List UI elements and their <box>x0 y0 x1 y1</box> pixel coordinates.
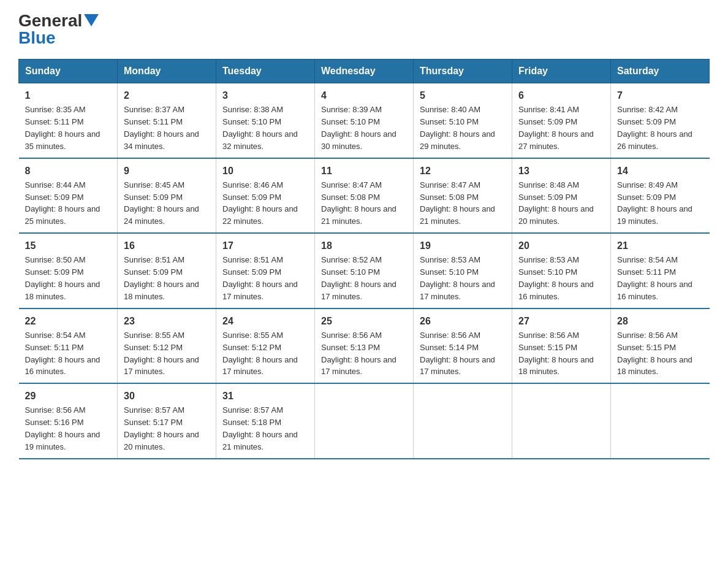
daylight-info: Daylight: 8 hours and 19 minutes. <box>25 430 100 451</box>
logo-general-text: General <box>18 12 99 29</box>
daylight-info: Daylight: 8 hours and 17 minutes. <box>321 355 396 377</box>
daylight-info: Daylight: 8 hours and 17 minutes. <box>321 280 396 301</box>
calendar-cell: 22Sunrise: 8:54 AMSunset: 5:11 PMDayligh… <box>19 308 118 384</box>
sunrise-info: Sunrise: 8:46 AM <box>222 180 283 190</box>
sunset-info: Sunset: 5:10 PM <box>420 267 479 277</box>
sunset-info: Sunset: 5:15 PM <box>617 343 676 352</box>
day-number: 25 <box>321 314 407 328</box>
calendar-cell: 4Sunrise: 8:39 AMSunset: 5:10 PMDaylight… <box>315 83 414 158</box>
calendar-cell: 30Sunrise: 8:57 AMSunset: 5:17 PMDayligh… <box>118 383 216 459</box>
weekday-header-tuesday: Tuesday <box>216 59 315 83</box>
sunrise-info: Sunrise: 8:56 AM <box>25 405 86 415</box>
daylight-info: Daylight: 8 hours and 17 minutes. <box>222 280 298 301</box>
sunrise-info: Sunrise: 8:55 AM <box>222 331 283 340</box>
daylight-info: Daylight: 8 hours and 21 minutes. <box>321 204 396 226</box>
daylight-info: Daylight: 8 hours and 21 minutes. <box>222 430 298 451</box>
calendar-cell: 25Sunrise: 8:56 AMSunset: 5:13 PMDayligh… <box>315 308 414 384</box>
calendar-cell: 2Sunrise: 8:37 AMSunset: 5:11 PMDaylight… <box>118 83 216 158</box>
sunset-info: Sunset: 5:10 PM <box>321 267 380 277</box>
day-number: 3 <box>222 88 308 102</box>
daylight-info: Daylight: 8 hours and 18 minutes. <box>617 355 692 377</box>
calendar-cell: 17Sunrise: 8:51 AMSunset: 5:09 PMDayligh… <box>216 233 315 308</box>
sunset-info: Sunset: 5:10 PM <box>222 117 281 126</box>
sunset-info: Sunset: 5:09 PM <box>124 267 183 277</box>
sunset-info: Sunset: 5:11 PM <box>124 117 183 126</box>
calendar-cell <box>611 383 710 459</box>
sunrise-info: Sunrise: 8:56 AM <box>420 331 480 340</box>
daylight-info: Daylight: 8 hours and 20 minutes. <box>518 204 594 226</box>
sunset-info: Sunset: 5:09 PM <box>617 193 676 202</box>
sunset-info: Sunset: 5:10 PM <box>321 117 380 126</box>
logo-triangle-icon <box>84 14 99 26</box>
day-number: 22 <box>25 314 112 328</box>
sunset-info: Sunset: 5:08 PM <box>321 193 380 202</box>
calendar-cell: 31Sunrise: 8:57 AMSunset: 5:18 PMDayligh… <box>216 383 315 459</box>
calendar-cell <box>414 383 512 459</box>
sunset-info: Sunset: 5:12 PM <box>124 343 183 352</box>
day-number: 5 <box>420 88 506 102</box>
sunrise-info: Sunrise: 8:47 AM <box>321 180 382 190</box>
sunrise-info: Sunrise: 8:52 AM <box>321 255 382 264</box>
day-number: 8 <box>25 164 112 178</box>
calendar-cell: 13Sunrise: 8:48 AMSunset: 5:09 PMDayligh… <box>512 158 611 234</box>
sunset-info: Sunset: 5:12 PM <box>222 343 281 352</box>
calendar-cell: 9Sunrise: 8:45 AMSunset: 5:09 PMDaylight… <box>118 158 216 234</box>
day-number: 10 <box>222 164 308 178</box>
calendar-cell: 21Sunrise: 8:54 AMSunset: 5:11 PMDayligh… <box>611 233 710 308</box>
sunrise-info: Sunrise: 8:51 AM <box>222 255 283 264</box>
calendar-cell <box>512 383 611 459</box>
sunrise-info: Sunrise: 8:37 AM <box>124 105 184 114</box>
week-row-3: 15Sunrise: 8:50 AMSunset: 5:09 PMDayligh… <box>19 233 710 308</box>
sunrise-info: Sunrise: 8:57 AM <box>222 405 283 415</box>
sunset-info: Sunset: 5:14 PM <box>420 343 479 352</box>
calendar-body: 1Sunrise: 8:35 AMSunset: 5:11 PMDaylight… <box>19 83 710 459</box>
calendar-cell: 11Sunrise: 8:47 AMSunset: 5:08 PMDayligh… <box>315 158 414 234</box>
calendar-cell: 6Sunrise: 8:41 AMSunset: 5:09 PMDaylight… <box>512 83 611 158</box>
calendar-cell: 18Sunrise: 8:52 AMSunset: 5:10 PMDayligh… <box>315 233 414 308</box>
daylight-info: Daylight: 8 hours and 19 minutes. <box>617 204 692 226</box>
calendar-cell: 5Sunrise: 8:40 AMSunset: 5:10 PMDaylight… <box>414 83 512 158</box>
sunset-info: Sunset: 5:09 PM <box>124 193 183 202</box>
day-number: 17 <box>222 239 308 253</box>
week-row-5: 29Sunrise: 8:56 AMSunset: 5:16 PMDayligh… <box>19 383 710 459</box>
day-number: 26 <box>420 314 506 328</box>
daylight-info: Daylight: 8 hours and 18 minutes. <box>518 355 594 377</box>
calendar-cell: 16Sunrise: 8:51 AMSunset: 5:09 PMDayligh… <box>118 233 216 308</box>
calendar-cell: 27Sunrise: 8:56 AMSunset: 5:15 PMDayligh… <box>512 308 611 384</box>
calendar-cell: 14Sunrise: 8:49 AMSunset: 5:09 PMDayligh… <box>611 158 710 234</box>
day-number: 11 <box>321 164 407 178</box>
daylight-info: Daylight: 8 hours and 18 minutes. <box>124 280 199 301</box>
daylight-info: Daylight: 8 hours and 32 minutes. <box>222 129 298 151</box>
day-number: 31 <box>222 389 308 403</box>
sunrise-info: Sunrise: 8:56 AM <box>617 331 678 340</box>
calendar-cell: 19Sunrise: 8:53 AMSunset: 5:10 PMDayligh… <box>414 233 512 308</box>
weekday-header-thursday: Thursday <box>414 59 512 83</box>
calendar-cell: 23Sunrise: 8:55 AMSunset: 5:12 PMDayligh… <box>118 308 216 384</box>
weekday-header-saturday: Saturday <box>611 59 710 83</box>
week-row-4: 22Sunrise: 8:54 AMSunset: 5:11 PMDayligh… <box>19 308 710 384</box>
calendar-cell: 15Sunrise: 8:50 AMSunset: 5:09 PMDayligh… <box>19 233 118 308</box>
calendar-cell: 8Sunrise: 8:44 AMSunset: 5:09 PMDaylight… <box>19 158 118 234</box>
calendar-cell: 26Sunrise: 8:56 AMSunset: 5:14 PMDayligh… <box>414 308 512 384</box>
sunrise-info: Sunrise: 8:44 AM <box>25 180 86 190</box>
daylight-info: Daylight: 8 hours and 17 minutes. <box>420 355 495 377</box>
day-number: 19 <box>420 239 506 253</box>
daylight-info: Daylight: 8 hours and 16 minutes. <box>518 280 594 301</box>
daylight-info: Daylight: 8 hours and 21 minutes. <box>420 204 495 226</box>
daylight-info: Daylight: 8 hours and 34 minutes. <box>124 129 199 151</box>
day-number: 15 <box>25 239 112 253</box>
sunrise-info: Sunrise: 8:53 AM <box>420 255 480 264</box>
sunrise-info: Sunrise: 8:54 AM <box>617 255 678 264</box>
sunset-info: Sunset: 5:09 PM <box>222 267 281 277</box>
sunrise-info: Sunrise: 8:39 AM <box>321 105 382 114</box>
weekday-header-sunday: Sunday <box>19 59 118 83</box>
sunset-info: Sunset: 5:11 PM <box>617 267 676 277</box>
weekday-header-row: SundayMondayTuesdayWednesdayThursdayFrid… <box>19 59 710 83</box>
day-number: 24 <box>222 314 308 328</box>
sunset-info: Sunset: 5:10 PM <box>518 267 577 277</box>
sunset-info: Sunset: 5:16 PM <box>25 418 84 427</box>
calendar-cell: 29Sunrise: 8:56 AMSunset: 5:16 PMDayligh… <box>19 383 118 459</box>
page-header: General Blue <box>18 12 710 47</box>
day-number: 18 <box>321 239 407 253</box>
day-number: 30 <box>124 389 210 403</box>
